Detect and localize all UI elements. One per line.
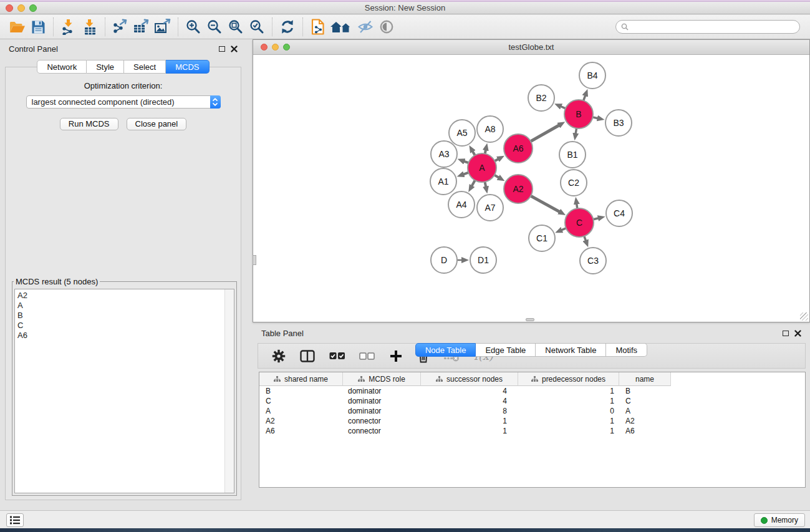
- node-C1[interactable]: C1: [529, 225, 555, 251]
- edge-B-B4[interactable]: [584, 95, 586, 100]
- node-C4[interactable]: C4: [606, 200, 632, 226]
- control-panel-title: Control Panel: [9, 44, 58, 54]
- edge-A-A6[interactable]: [494, 159, 498, 161]
- close-panel-button[interactable]: Close panel: [127, 118, 187, 130]
- close-panel-icon[interactable]: [231, 46, 238, 52]
- node-B4[interactable]: B4: [579, 62, 605, 89]
- svg-text:C1: C1: [536, 233, 547, 243]
- panel-list-button[interactable]: [6, 513, 24, 527]
- float-panel-icon[interactable]: [219, 46, 225, 52]
- toolbar-separator: [272, 17, 272, 36]
- two-houses-icon[interactable]: [329, 17, 355, 37]
- node-B2[interactable]: B2: [528, 85, 554, 111]
- edge-A2-C[interactable]: [531, 196, 559, 212]
- memory-button[interactable]: Memory: [754, 513, 805, 527]
- table-tab-motifs[interactable]: Motifs: [606, 343, 647, 357]
- edge-A6-B[interactable]: [531, 125, 559, 142]
- svg-text:A2: A2: [513, 184, 523, 194]
- node-A5[interactable]: A5: [449, 120, 475, 146]
- window-resize-grip[interactable]: [800, 312, 808, 321]
- mcds-result-item[interactable]: C: [17, 321, 224, 331]
- open-folder-icon[interactable]: [6, 17, 27, 37]
- edge-B-B2[interactable]: [561, 107, 566, 109]
- maximize-window-button[interactable]: [29, 4, 37, 12]
- close-table-panel-icon[interactable]: [794, 330, 801, 337]
- search-input[interactable]: [632, 22, 794, 32]
- node-D1[interactable]: D1: [470, 247, 496, 273]
- run-mcds-button[interactable]: Run MCDS: [60, 118, 118, 130]
- edge-A-A2[interactable]: [494, 175, 499, 178]
- edge-B-B3[interactable]: [592, 117, 597, 118]
- edge-A-A1[interactable]: [463, 173, 468, 175]
- mcds-result-item[interactable]: A: [17, 301, 224, 311]
- node-C[interactable]: C: [565, 208, 594, 237]
- mcds-result-list[interactable]: A2ABCA6: [15, 289, 224, 493]
- mcds-result-item[interactable]: A6: [17, 331, 224, 341]
- criterion-dropdown[interactable]: largest connected component (directed): [26, 95, 221, 109]
- canvas-bottom-grip[interactable]: [526, 318, 534, 321]
- node-A2[interactable]: A2: [504, 175, 533, 203]
- edge-C-C1[interactable]: [561, 228, 566, 230]
- edge-A-A4[interactable]: [472, 180, 475, 186]
- table-tab-network-table[interactable]: Network Table: [536, 343, 606, 357]
- edge-C-C4[interactable]: [593, 218, 599, 220]
- import-table-icon[interactable]: [79, 17, 100, 37]
- toolbar-search[interactable]: [615, 20, 800, 34]
- export-network-icon[interactable]: [110, 17, 131, 37]
- network-canvas[interactable]: B4B2BB3A5A8A6B1A3AC2A1A2A4A7C4CC1DD1C3: [253, 56, 809, 322]
- edge-C-C2[interactable]: [577, 204, 577, 209]
- desktop-edge-bottom: [0, 528, 810, 532]
- tool-palette-grip[interactable]: [253, 255, 256, 265]
- svg-text:B4: B4: [587, 70, 597, 80]
- node-D[interactable]: D: [431, 247, 457, 273]
- node-C3[interactable]: C3: [580, 248, 606, 274]
- zoom-in-icon[interactable]: [183, 17, 204, 37]
- network-window-titlebar[interactable]: testGlobe.txt: [253, 40, 809, 55]
- svg-text:D: D: [441, 255, 447, 265]
- eye-slash-icon[interactable]: [355, 17, 376, 37]
- edge-A-A3[interactable]: [464, 162, 468, 163]
- toolbar-separator: [105, 17, 105, 36]
- node-A6[interactable]: A6: [504, 134, 533, 163]
- node-A4[interactable]: A4: [448, 191, 475, 218]
- mcds-result-item[interactable]: A2: [17, 291, 224, 301]
- mcds-result-item[interactable]: B: [17, 311, 224, 321]
- zoom-fit-icon[interactable]: [225, 17, 246, 37]
- node-B[interactable]: B: [564, 100, 593, 128]
- close-network-window-button[interactable]: [261, 44, 268, 51]
- tab-network[interactable]: Network: [37, 60, 87, 74]
- node-A7[interactable]: A7: [477, 195, 503, 221]
- tab-mcds[interactable]: MCDS: [166, 60, 209, 74]
- maximize-network-window-button[interactable]: [283, 44, 290, 51]
- svg-text:A8: A8: [485, 124, 495, 134]
- tab-style[interactable]: Style: [87, 60, 124, 74]
- edge-C-C3[interactable]: [584, 236, 586, 241]
- minimize-network-window-button[interactable]: [272, 44, 279, 51]
- table-tab-node-table[interactable]: Node Table: [415, 343, 476, 357]
- save-icon[interactable]: [27, 17, 49, 37]
- node-A8[interactable]: A8: [477, 116, 503, 142]
- node-B1[interactable]: B1: [559, 142, 586, 168]
- close-window-button[interactable]: [6, 4, 13, 12]
- node-A[interactable]: A: [468, 153, 496, 182]
- edge-A-A7[interactable]: [485, 182, 486, 187]
- node-C2[interactable]: C2: [561, 170, 587, 196]
- network-document-icon[interactable]: [307, 17, 329, 37]
- edge-A-A5[interactable]: [473, 152, 475, 156]
- zoom-selected-icon[interactable]: [246, 17, 268, 37]
- minimize-window-button[interactable]: [17, 4, 25, 12]
- node-A1[interactable]: A1: [430, 168, 456, 195]
- eye-icon[interactable]: [376, 17, 397, 37]
- export-table-icon[interactable]: [131, 17, 152, 37]
- table-tab-edge-table[interactable]: Edge Table: [476, 343, 536, 357]
- node-B3[interactable]: B3: [605, 110, 632, 136]
- edge-B-B1[interactable]: [576, 128, 576, 134]
- zoom-out-icon[interactable]: [204, 17, 225, 37]
- float-table-panel-icon[interactable]: [783, 331, 789, 336]
- result-list-scrollbar[interactable]: [224, 289, 234, 493]
- node-A3[interactable]: A3: [431, 141, 457, 167]
- refresh-icon[interactable]: [277, 17, 298, 37]
- export-image-icon[interactable]: [152, 17, 173, 37]
- tab-select[interactable]: Select: [124, 60, 166, 74]
- import-network-icon[interactable]: [58, 17, 79, 37]
